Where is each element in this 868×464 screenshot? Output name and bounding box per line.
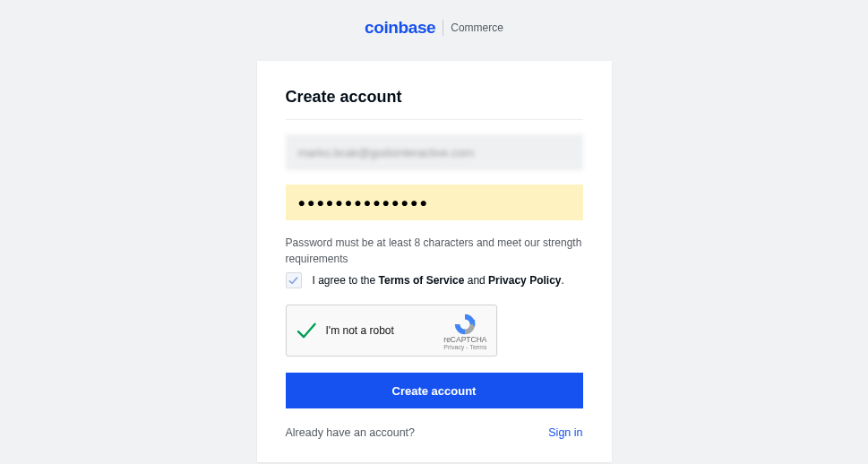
footer-row: Already have an account? Sign in [286, 426, 583, 439]
signup-card: Create account Password must be at least… [257, 61, 612, 462]
recaptcha-name: reCAPTCHA [443, 335, 486, 344]
header: coinbase Commerce [0, 0, 868, 38]
brand-sub: Commerce [451, 21, 503, 34]
privacy-link[interactable]: Privacy Policy [488, 274, 561, 287]
page-title: Create account [286, 88, 583, 120]
brand: coinbase Commerce [365, 18, 503, 38]
create-account-button[interactable]: Create account [286, 373, 583, 408]
agree-prefix: I agree to the [313, 274, 379, 287]
password-hint: Password must be at least 8 characters a… [286, 235, 583, 267]
agree-row: I agree to the Terms of Service and Priv… [286, 272, 583, 288]
agree-text: I agree to the Terms of Service and Priv… [313, 274, 564, 287]
already-text: Already have an account? [286, 426, 416, 439]
agree-and: and [464, 274, 488, 287]
password-field[interactable] [286, 185, 583, 220]
brand-main: coinbase [365, 18, 435, 38]
recaptcha-label: I'm not a robot [326, 324, 444, 337]
recaptcha-logo-icon [452, 312, 477, 333]
agree-suffix: . [561, 274, 563, 287]
agree-checkbox[interactable] [286, 272, 302, 288]
recaptcha-check-icon [296, 320, 317, 341]
sign-in-link[interactable]: Sign in [548, 426, 582, 439]
recaptcha-widget[interactable]: I'm not a robot reCAPTCHA Privacy - Term… [286, 305, 497, 357]
recaptcha-legal: Privacy - Terms [443, 344, 486, 350]
recaptcha-badge: reCAPTCHA Privacy - Terms [443, 312, 486, 350]
tos-link[interactable]: Terms of Service [379, 274, 465, 287]
check-icon [288, 276, 298, 286]
brand-separator [443, 20, 443, 36]
email-field[interactable] [286, 134, 583, 170]
